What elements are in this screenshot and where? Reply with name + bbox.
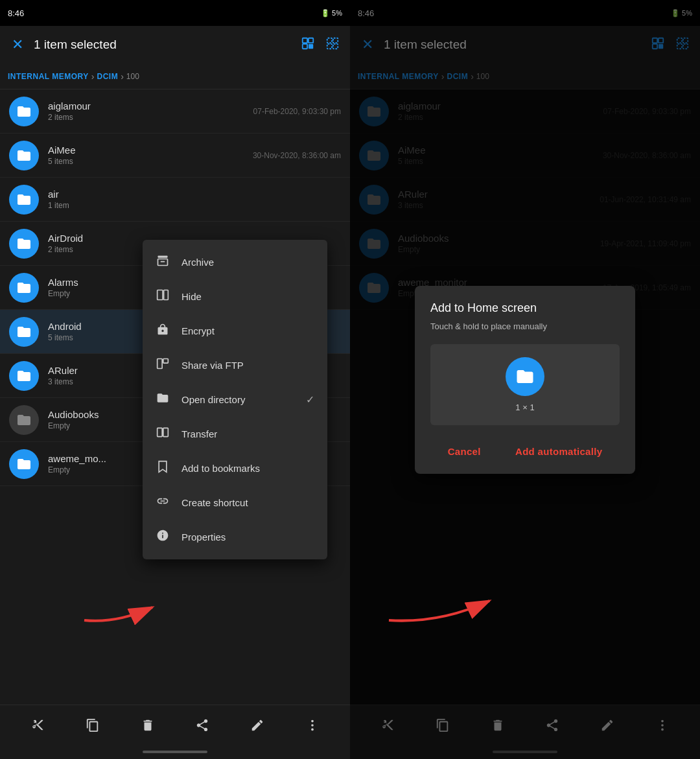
breadcrumb-100[interactable]: 100: [126, 72, 139, 81]
svg-rect-8: [158, 256, 168, 258]
svg-rect-11: [158, 290, 163, 300]
svg-rect-7: [333, 43, 338, 48]
shortcut-icon: [156, 495, 170, 511]
folder-icon-android-left: [9, 317, 39, 347]
breadcrumb-sep-1: ›: [91, 71, 95, 82]
breadcrumb-internal[interactable]: INTERNAL MEMORY: [8, 72, 89, 81]
menu-item-properties[interactable]: Properties: [143, 520, 327, 554]
bookmarks-label: Add to bookmarks: [181, 463, 260, 474]
select-all-icon-left[interactable]: [298, 36, 318, 54]
opendir-label: Open directory: [181, 394, 245, 405]
grid-select-icon-left[interactable]: [323, 36, 342, 54]
file-item-air-left[interactable]: air 1 item: [0, 178, 350, 222]
copy-button-left[interactable]: [80, 718, 106, 732]
file-meta-air-left: 1 item: [48, 201, 336, 210]
more-button-left[interactable]: [299, 718, 325, 732]
home-bar-left: [143, 751, 207, 753]
file-info-aiglamour-left: aiglamour 2 items: [48, 100, 248, 122]
add-automatically-button[interactable]: Add automatically: [502, 439, 615, 463]
folder-icon-audiobooks-left: [9, 405, 39, 435]
red-arrow-left: [78, 588, 162, 629]
dialog-overlay[interactable]: Add to Home screen Touch & hold to place…: [350, 0, 700, 759]
status-bar-left: 8:46 🔋 5%: [0, 0, 350, 26]
opendir-check: ✓: [306, 393, 314, 406]
battery-icon-left: 🔋: [321, 9, 330, 18]
menu-item-opendir[interactable]: Open directory ✓: [143, 382, 327, 417]
breadcrumb-left: INTERNAL MEMORY › DCIM › 100: [0, 64, 350, 89]
dialog-size-label: 1 × 1: [515, 403, 534, 412]
file-date-aimee-left: 30-Nov-2020, 8:36:00 am: [253, 151, 341, 160]
shareftp-icon: [156, 357, 170, 373]
red-arrow-right: [376, 575, 506, 629]
file-meta-aiglamour-left: 2 items: [48, 113, 248, 122]
folder-icon-alarms-left: [9, 273, 39, 303]
breadcrumb-dcim[interactable]: DCIM: [97, 72, 119, 81]
menu-item-encrypt[interactable]: Encrypt: [143, 314, 327, 348]
cancel-button[interactable]: Cancel: [435, 439, 494, 463]
file-name-aiglamour-left: aiglamour: [48, 100, 248, 111]
app-header-left: ✕ 1 item selected: [0, 26, 350, 64]
archive-label: Archive: [181, 257, 214, 268]
svg-point-21: [311, 728, 314, 730]
context-menu: Archive Hide Encrypt: [143, 240, 327, 559]
folder-icon-aruler-left: [9, 361, 39, 391]
svg-rect-5: [333, 38, 338, 42]
menu-item-bookmarks[interactable]: Add to bookmarks: [143, 451, 327, 485]
svg-rect-16: [163, 428, 169, 436]
folder-icon-airdroid-left: [9, 229, 39, 259]
header-icons-left: [298, 36, 342, 54]
share-button-left[interactable]: [189, 718, 215, 732]
dialog-subtitle: Touch & hold to place manually: [430, 321, 620, 331]
file-name-air-left: air: [48, 189, 336, 200]
dialog-icon-area: 1 × 1: [430, 344, 620, 425]
battery-pct-left: 5%: [332, 9, 342, 17]
bottom-toolbar-left: [0, 705, 350, 745]
svg-rect-14: [163, 359, 169, 364]
file-item-aimee-left[interactable]: AiMee 5 items 30-Nov-2020, 8:36:00 am: [0, 134, 350, 178]
svg-rect-15: [158, 428, 163, 436]
svg-rect-6: [327, 43, 332, 48]
folder-icon-aimee-left: [9, 141, 39, 170]
home-indicator-left: [0, 745, 350, 759]
svg-rect-2: [303, 43, 307, 48]
file-name-aimee-left: AiMee: [48, 145, 248, 156]
menu-item-archive[interactable]: Archive: [143, 245, 327, 279]
transfer-icon: [156, 426, 170, 442]
add-to-home-dialog: Add to Home screen Touch & hold to place…: [415, 286, 635, 474]
menu-item-shareftp[interactable]: Share via FTP: [143, 348, 327, 382]
properties-label: Properties: [181, 531, 226, 543]
breadcrumb-sep-2: ›: [121, 71, 124, 82]
folder-icon-aweme-left: [9, 449, 39, 479]
close-button-left[interactable]: ✕: [8, 36, 27, 53]
file-meta-aimee-left: 5 items: [48, 157, 248, 166]
hide-icon: [156, 288, 170, 305]
status-icons-left: 🔋 5%: [321, 9, 342, 18]
file-info-aimee-left: AiMee 5 items: [48, 145, 248, 166]
menu-item-transfer[interactable]: Transfer: [143, 417, 327, 451]
svg-rect-0: [303, 38, 307, 42]
shortcut-label: Create shortcut: [181, 497, 248, 508]
properties-icon: [156, 529, 170, 545]
svg-point-20: [311, 724, 314, 727]
opendir-icon: [156, 391, 170, 408]
dialog-title: Add to Home screen: [430, 301, 620, 315]
encrypt-label: Encrypt: [181, 325, 215, 336]
left-panel: 8:46 🔋 5% ✕ 1 item selected: [0, 0, 350, 759]
menu-item-hide[interactable]: Hide: [143, 279, 327, 314]
svg-rect-1: [309, 38, 313, 42]
file-info-air-left: air 1 item: [48, 189, 336, 210]
svg-rect-13: [158, 359, 163, 369]
edit-button-left[interactable]: [244, 718, 270, 732]
encrypt-icon: [156, 323, 170, 339]
svg-rect-12: [164, 290, 169, 300]
menu-item-shortcut[interactable]: Create shortcut: [143, 485, 327, 520]
file-item-aiglamour-left[interactable]: aiglamour 2 items 07-Feb-2020, 9:03:30 p…: [0, 89, 350, 134]
file-date-aiglamour-left: 07-Feb-2020, 9:03:30 pm: [253, 107, 341, 116]
delete-button-left[interactable]: [135, 718, 161, 732]
svg-rect-3: [309, 43, 313, 48]
time-left: 8:46: [8, 8, 24, 18]
folder-icon-air-left: [9, 185, 39, 215]
cut-button-left[interactable]: [25, 718, 51, 732]
shareftp-label: Share via FTP: [181, 360, 244, 371]
svg-rect-4: [327, 38, 332, 42]
